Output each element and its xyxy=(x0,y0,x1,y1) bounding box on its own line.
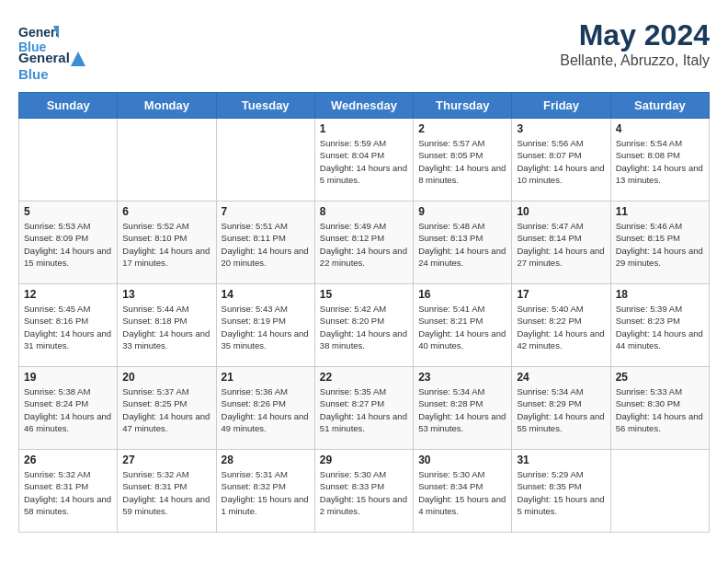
day-28: 28 Sunrise: 5:31 AMSunset: 8:32 PMDaylig… xyxy=(216,450,314,533)
day-10: 10 Sunrise: 5:47 AMSunset: 8:14 PMDaylig… xyxy=(512,201,610,284)
day-15: 15 Sunrise: 5:42 AMSunset: 8:20 PMDaylig… xyxy=(314,284,413,367)
header-thursday: Thursday xyxy=(414,93,512,119)
day-18: 18 Sunrise: 5:39 AMSunset: 8:23 PMDaylig… xyxy=(610,284,709,367)
empty-cell xyxy=(19,119,118,201)
day-1: 1 Sunrise: 5:59 AMSunset: 8:04 PMDayligh… xyxy=(314,119,413,201)
day-23: 23 Sunrise: 5:34 AMSunset: 8:28 PMDaylig… xyxy=(414,367,512,450)
day-5: 5 Sunrise: 5:53 AMSunset: 8:09 PMDayligh… xyxy=(19,201,118,284)
empty-cell xyxy=(118,119,216,201)
header-tuesday: Tuesday xyxy=(216,93,314,119)
day-26: 26 Sunrise: 5:32 AMSunset: 8:31 PMDaylig… xyxy=(19,450,118,533)
day-6: 6 Sunrise: 5:52 AMSunset: 8:10 PMDayligh… xyxy=(118,201,216,284)
day-17: 17 Sunrise: 5:40 AMSunset: 8:22 PMDaylig… xyxy=(512,284,610,367)
day-21: 21 Sunrise: 5:36 AMSunset: 8:26 PMDaylig… xyxy=(216,367,314,450)
title-section: May 2024 Bellante, Abruzzo, Italy xyxy=(560,18,710,69)
header-wednesday: Wednesday xyxy=(314,93,413,119)
day-30: 30 Sunrise: 5:30 AMSunset: 8:34 PMDaylig… xyxy=(414,450,512,533)
day-4: 4 Sunrise: 5:54 AMSunset: 8:08 PMDayligh… xyxy=(610,119,709,201)
day-8: 8 Sunrise: 5:49 AMSunset: 8:12 PMDayligh… xyxy=(314,201,413,284)
page-title: May 2024 xyxy=(560,18,710,52)
header-friday: Friday xyxy=(512,93,610,119)
day-29: 29 Sunrise: 5:30 AMSunset: 8:33 PMDaylig… xyxy=(314,450,413,533)
day-14: 14 Sunrise: 5:43 AMSunset: 8:19 PMDaylig… xyxy=(216,284,314,367)
day-24: 24 Sunrise: 5:34 AMSunset: 8:29 PMDaylig… xyxy=(512,367,610,450)
svg-text:General: General xyxy=(18,25,59,40)
page-header: General Blue General Blue May 2024 Bella… xyxy=(18,18,710,83)
day-31: 31 Sunrise: 5:29 AMSunset: 8:35 PMDaylig… xyxy=(512,450,610,533)
day-20: 20 Sunrise: 5:37 AMSunset: 8:25 PMDaylig… xyxy=(118,367,216,450)
page-subtitle: Bellante, Abruzzo, Italy xyxy=(560,52,710,69)
calendar-table: Sunday Monday Tuesday Wednesday Thursday… xyxy=(18,92,710,533)
day-27: 27 Sunrise: 5:32 AMSunset: 8:31 PMDaylig… xyxy=(118,450,216,533)
day-16: 16 Sunrise: 5:41 AMSunset: 8:21 PMDaylig… xyxy=(414,284,512,367)
header-saturday: Saturday xyxy=(610,93,709,119)
day-19: 19 Sunrise: 5:38 AMSunset: 8:24 PMDaylig… xyxy=(19,367,118,450)
day-9: 9 Sunrise: 5:48 AMSunset: 8:13 PMDayligh… xyxy=(414,201,512,284)
logo: General Blue General Blue xyxy=(18,18,85,83)
day-12: 12 Sunrise: 5:45 AMSunset: 8:16 PMDaylig… xyxy=(19,284,118,367)
day-11: 11 Sunrise: 5:46 AMSunset: 8:15 PMDaylig… xyxy=(610,201,709,284)
header-monday: Monday xyxy=(118,93,216,119)
day-3: 3 Sunrise: 5:56 AMSunset: 8:07 PMDayligh… xyxy=(512,119,610,201)
day-22: 22 Sunrise: 5:35 AMSunset: 8:27 PMDaylig… xyxy=(314,367,413,450)
empty-cell xyxy=(610,450,709,533)
empty-cell xyxy=(216,119,314,201)
day-7: 7 Sunrise: 5:51 AMSunset: 8:11 PMDayligh… xyxy=(216,201,314,284)
svg-marker-3 xyxy=(71,52,85,66)
day-13: 13 Sunrise: 5:44 AMSunset: 8:18 PMDaylig… xyxy=(118,284,216,367)
day-2: 2 Sunrise: 5:57 AMSunset: 8:05 PMDayligh… xyxy=(414,119,512,201)
day-25: 25 Sunrise: 5:33 AMSunset: 8:30 PMDaylig… xyxy=(610,367,709,450)
header-sunday: Sunday xyxy=(19,93,118,119)
